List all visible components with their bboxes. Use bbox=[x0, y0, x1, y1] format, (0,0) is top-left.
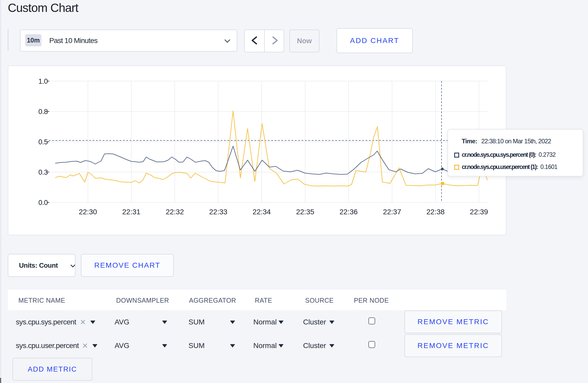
svg-text:22:35: 22:35 bbox=[296, 208, 314, 216]
svg-text:1.0: 1.0 bbox=[38, 77, 48, 85]
svg-text:22:30: 22:30 bbox=[79, 208, 97, 216]
svg-text:22:37: 22:37 bbox=[383, 208, 401, 216]
svg-text:0.5: 0.5 bbox=[38, 138, 48, 146]
svg-text:22:38: 22:38 bbox=[426, 208, 445, 216]
svg-text:22:39: 22:39 bbox=[470, 208, 488, 216]
svg-text:22:36: 22:36 bbox=[340, 208, 358, 216]
svg-text:22:32: 22:32 bbox=[166, 208, 184, 216]
svg-text:22:34: 22:34 bbox=[253, 208, 271, 216]
svg-text:0.3: 0.3 bbox=[38, 168, 48, 176]
svg-text:0.0: 0.0 bbox=[38, 199, 48, 207]
svg-text:22:33: 22:33 bbox=[209, 208, 227, 216]
svg-text:0.8: 0.8 bbox=[38, 108, 48, 116]
svg-text:22:31: 22:31 bbox=[122, 208, 141, 216]
